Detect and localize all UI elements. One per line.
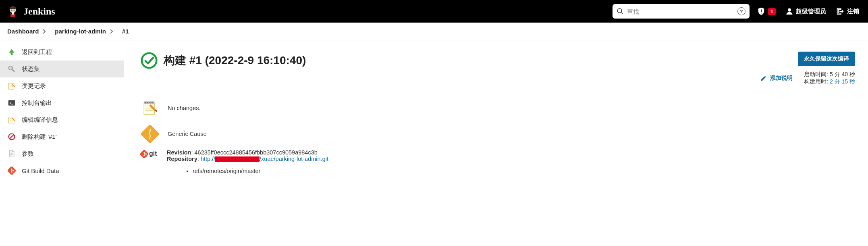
crumb-project[interactable]: parking-lot-admin bbox=[52, 26, 108, 36]
add-description-button[interactable]: 添加说明 bbox=[760, 75, 793, 82]
pencil-icon bbox=[760, 75, 767, 81]
revision-value: 46235ff0eccc24885456fbbb307cc9059a984c3b bbox=[195, 149, 318, 156]
sidebar-item-label: 参数 bbox=[22, 150, 34, 158]
git-block: git Revision: 46235ff0eccc24885456fbbb30… bbox=[140, 149, 855, 174]
notepad-large-icon bbox=[140, 98, 160, 118]
sidebar-item-status[interactable]: 状态集 bbox=[0, 60, 124, 77]
product-name: Jenkins bbox=[23, 6, 55, 17]
sidebar-item-edit-build[interactable]: 编辑编译信息 bbox=[0, 111, 124, 128]
success-icon bbox=[140, 52, 158, 69]
ref-item: refs/remotes/origin/master bbox=[193, 168, 328, 174]
sidebar-item-label: 变更记录 bbox=[22, 82, 46, 90]
start-time-value: 5 分 40 秒 bbox=[830, 71, 855, 78]
duration-label: 构建用时: bbox=[804, 78, 828, 85]
svg-point-3 bbox=[14, 10, 15, 11]
cause-icon bbox=[140, 124, 160, 144]
chevron-right-icon bbox=[110, 29, 118, 34]
shield-alert-icon bbox=[757, 7, 766, 16]
duration-value[interactable]: 2 分 15 秒 bbox=[830, 78, 855, 85]
svg-rect-7 bbox=[761, 9, 762, 12]
svg-rect-8 bbox=[761, 13, 762, 14]
jenkins-mascot-icon bbox=[6, 5, 19, 18]
svg-point-36 bbox=[152, 102, 152, 103]
chevron-right-icon bbox=[43, 29, 51, 34]
svg-point-2 bbox=[11, 10, 12, 11]
search-icon bbox=[617, 8, 624, 15]
redacted-segment bbox=[215, 156, 260, 162]
cause-row: Generic Cause bbox=[140, 121, 855, 147]
person-icon bbox=[785, 7, 793, 15]
sidebar: 返回到工程 状态集 变更记录 控制台输出 编辑编译信息 bbox=[0, 40, 124, 190]
svg-rect-4 bbox=[12, 12, 14, 15]
user-label: 超级管理员 bbox=[796, 8, 826, 15]
svg-point-35 bbox=[150, 102, 150, 103]
svg-point-34 bbox=[147, 102, 148, 103]
changes-text: No changes. bbox=[168, 105, 200, 111]
alerts-button[interactable]: 1 bbox=[754, 7, 778, 16]
main-content: 构建 #1 (2022-2-9 16:10:40) 永久保留这次编译 添加说明 … bbox=[124, 40, 868, 190]
start-time-label: 启动时间: bbox=[804, 71, 828, 78]
logout-button[interactable]: 注销 bbox=[833, 7, 862, 16]
sidebar-item-label: 编辑编译信息 bbox=[22, 116, 58, 124]
help-icon[interactable]: ? bbox=[737, 7, 745, 15]
terminal-icon bbox=[7, 98, 16, 107]
timing-block: 启动时间: 5 分 40 秒 构建用时: 2 分 15 秒 bbox=[804, 71, 855, 85]
forbidden-icon bbox=[7, 132, 16, 141]
page-title: 构建 #1 (2022-2-9 16:10:40) bbox=[164, 53, 306, 68]
logout-icon bbox=[836, 7, 845, 16]
svg-line-21 bbox=[10, 135, 14, 139]
notepad-icon bbox=[7, 81, 16, 90]
document-icon bbox=[7, 149, 16, 158]
crumb-build[interactable]: #1 bbox=[120, 26, 131, 36]
notepad-icon bbox=[7, 115, 16, 124]
crumb-dashboard[interactable]: Dashboard bbox=[5, 26, 41, 36]
sidebar-item-changes[interactable]: 变更记录 bbox=[0, 77, 124, 94]
svg-point-33 bbox=[145, 102, 146, 103]
sidebar-item-console[interactable]: 控制台输出 bbox=[0, 94, 124, 111]
search-input[interactable] bbox=[627, 8, 734, 15]
svg-rect-15 bbox=[8, 100, 15, 105]
add-desc-label: 添加说明 bbox=[770, 75, 793, 82]
user-menu[interactable]: 超级管理员 bbox=[783, 7, 829, 15]
cause-text: Generic Cause bbox=[168, 131, 207, 137]
svg-point-10 bbox=[9, 66, 13, 70]
changes-row: No changes. bbox=[140, 95, 855, 121]
magnifier-icon bbox=[7, 65, 16, 73]
alert-count-badge: 1 bbox=[768, 8, 776, 15]
refs-list: refs/remotes/origin/master bbox=[167, 168, 328, 174]
svg-line-11 bbox=[12, 70, 15, 72]
logout-label: 注销 bbox=[847, 8, 859, 15]
search-box[interactable]: ? bbox=[613, 4, 750, 19]
repository-label: Repository bbox=[167, 156, 197, 162]
top-header: Jenkins ? 1 超级管理员 注销 bbox=[0, 0, 868, 23]
repository-link[interactable]: http:///xuae/parking-lot-admin.git bbox=[201, 156, 328, 162]
sidebar-item-label: 控制台输出 bbox=[22, 99, 52, 107]
sidebar-item-delete-build[interactable]: 删除构建 '#1' bbox=[0, 128, 124, 145]
svg-point-30 bbox=[142, 53, 157, 68]
svg-line-6 bbox=[621, 12, 623, 14]
revision-label: Revision bbox=[167, 149, 191, 156]
svg-point-5 bbox=[617, 8, 622, 13]
sidebar-item-back[interactable]: 返回到工程 bbox=[0, 44, 124, 60]
svg-rect-1 bbox=[10, 8, 15, 9]
sidebar-item-parameters[interactable]: 参数 bbox=[0, 145, 124, 162]
breadcrumb: Dashboard parking-lot-admin #1 bbox=[0, 23, 868, 40]
sidebar-item-label: 删除构建 '#1' bbox=[22, 133, 57, 141]
git-logo-icon: git bbox=[140, 149, 160, 174]
svg-point-9 bbox=[788, 8, 791, 12]
jenkins-logo[interactable]: Jenkins bbox=[6, 5, 55, 18]
git-icon bbox=[7, 166, 16, 175]
sidebar-item-label: 状态集 bbox=[22, 65, 40, 73]
arrow-up-icon bbox=[7, 48, 16, 56]
sidebar-item-git-build-data[interactable]: Git Build Data bbox=[0, 162, 124, 179]
sidebar-item-label: 返回到工程 bbox=[22, 48, 52, 56]
keep-forever-button[interactable]: 永久保留这次编译 bbox=[798, 52, 855, 66]
sidebar-item-label: Git Build Data bbox=[22, 167, 59, 174]
